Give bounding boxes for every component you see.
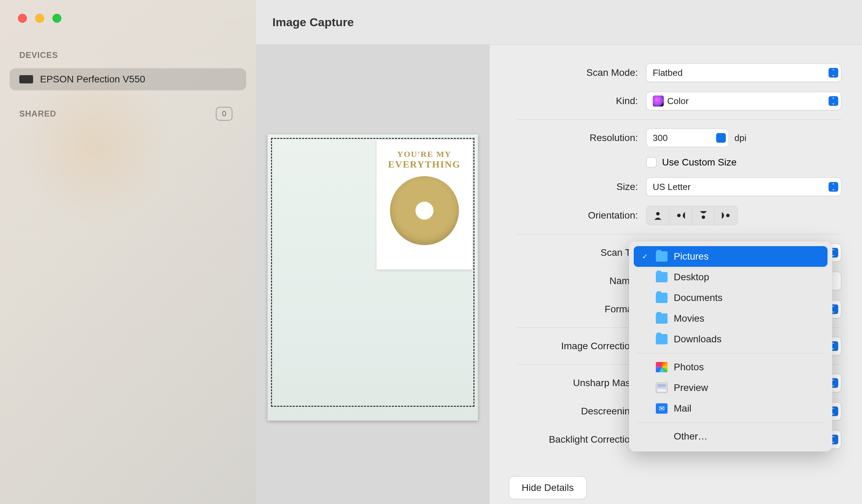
svg-point-0 bbox=[656, 212, 660, 215]
label-resolution: Resolution: bbox=[517, 132, 638, 143]
label-dpi: dpi bbox=[734, 133, 746, 143]
select-size-value: US Letter bbox=[653, 182, 691, 192]
menu-item-other[interactable]: Other… bbox=[634, 426, 828, 447]
menu-item-label: Mail bbox=[674, 403, 691, 414]
orientation-landscape-right[interactable] bbox=[669, 206, 692, 225]
row-orientation: Orientation: bbox=[517, 201, 841, 230]
photos-app-icon bbox=[656, 362, 668, 372]
menu-item-label: Photos bbox=[674, 362, 704, 373]
menu-item-movies[interactable]: Movies bbox=[634, 308, 828, 329]
label-kind: Kind: bbox=[517, 95, 638, 107]
svg-point-1 bbox=[677, 214, 681, 217]
select-scan-mode[interactable]: Flatbed bbox=[646, 63, 841, 82]
row-custom-size: Use Custom Size bbox=[517, 152, 841, 173]
device-name: EPSON Perfection V550 bbox=[40, 74, 145, 85]
folder-icon bbox=[656, 272, 668, 282]
orientation-landscape-left[interactable] bbox=[715, 206, 738, 225]
orientation-portrait[interactable] bbox=[646, 206, 669, 225]
label-orientation: Orientation: bbox=[517, 210, 638, 221]
shared-section-header: SHARED bbox=[19, 109, 56, 119]
scanner-icon bbox=[19, 75, 33, 83]
chevron-updown-icon bbox=[716, 133, 726, 143]
svg-point-3 bbox=[726, 214, 730, 217]
devices-section-header: DEVICES bbox=[0, 37, 256, 65]
label-use-custom-size: Use Custom Size bbox=[662, 157, 736, 168]
folder-icon bbox=[656, 293, 668, 303]
menu-item-label: Desktop bbox=[674, 272, 709, 283]
donut-illustration bbox=[390, 176, 459, 245]
svg-point-2 bbox=[702, 215, 705, 219]
close-window-button[interactable] bbox=[18, 14, 27, 23]
menu-item-label: Downloads bbox=[674, 334, 722, 345]
row-scan-mode: Scan Mode: Flatbed bbox=[517, 59, 841, 87]
folder-icon bbox=[656, 251, 668, 262]
folder-icon bbox=[656, 334, 668, 344]
chevron-updown-icon bbox=[829, 182, 838, 192]
label-backlight-correction: Backlight Correction: bbox=[517, 434, 638, 445]
card-text-line1: YOU'RE MY bbox=[397, 150, 451, 159]
device-row-epson[interactable]: EPSON Perfection V550 bbox=[10, 68, 246, 90]
menu-divider bbox=[637, 422, 825, 423]
label-descreening: Descreening: bbox=[517, 406, 638, 417]
menu-item-documents[interactable]: Documents bbox=[634, 288, 828, 308]
menu-item-photos[interactable]: Photos bbox=[634, 357, 828, 377]
card-text-line2: EVERYTHING bbox=[388, 159, 460, 170]
chevron-updown-icon bbox=[829, 96, 838, 106]
menu-item-label: Preview bbox=[674, 382, 708, 393]
folder-icon bbox=[656, 313, 668, 324]
select-kind[interactable]: Color bbox=[646, 92, 841, 110]
menu-item-desktop[interactable]: Desktop bbox=[634, 267, 828, 288]
mail-app-icon bbox=[656, 403, 668, 414]
window-traffic-lights bbox=[0, 0, 256, 37]
row-kind: Kind: Color bbox=[517, 87, 841, 115]
menu-item-label: Movies bbox=[674, 313, 704, 324]
hide-details-button[interactable]: Hide Details bbox=[509, 476, 587, 499]
preview-app-icon bbox=[656, 383, 668, 393]
menu-divider bbox=[637, 353, 825, 353]
select-kind-value: Color bbox=[667, 96, 689, 107]
preview-pane: YOU'RE MY EVERYTHING bbox=[256, 45, 490, 504]
label-scan-to: Scan To: bbox=[517, 247, 638, 258]
menu-item-pictures[interactable]: ✓ Pictures bbox=[634, 246, 828, 267]
input-resolution-value: 300 bbox=[653, 133, 668, 143]
menu-item-label: Other… bbox=[674, 431, 708, 442]
label-scan-mode: Scan Mode: bbox=[517, 67, 638, 78]
app-title: Image Capture bbox=[272, 16, 354, 29]
select-scan-mode-value: Flatbed bbox=[653, 68, 683, 78]
scan-to-menu: ✓ Pictures Desktop Documents Movies Down… bbox=[629, 241, 832, 452]
shared-count-badge[interactable]: 0 bbox=[216, 107, 232, 121]
minimize-window-button[interactable] bbox=[35, 14, 44, 23]
label-size: Size: bbox=[517, 181, 638, 192]
menu-item-label: Documents bbox=[674, 292, 723, 303]
menu-item-label: Pictures bbox=[674, 251, 709, 262]
input-resolution[interactable]: 300 bbox=[646, 129, 729, 147]
label-name: Name: bbox=[517, 275, 638, 286]
color-swatch-icon bbox=[653, 95, 664, 107]
label-format: Format: bbox=[517, 304, 638, 315]
menu-item-downloads[interactable]: Downloads bbox=[634, 329, 828, 350]
chevron-updown-icon bbox=[829, 68, 838, 78]
checkbox-use-custom-size[interactable] bbox=[646, 157, 656, 168]
sidebar: DEVICES EPSON Perfection V550 SHARED 0 bbox=[0, 0, 256, 504]
label-unsharp-mask: Unsharp Mask: bbox=[517, 377, 638, 389]
menu-item-mail[interactable]: Mail bbox=[634, 398, 828, 419]
segmented-orientation bbox=[646, 206, 738, 225]
checkmark-icon: ✓ bbox=[640, 252, 650, 261]
titlebar: Image Capture bbox=[256, 0, 862, 45]
scan-preview[interactable]: YOU'RE MY EVERYTHING bbox=[268, 134, 478, 421]
maximize-window-button[interactable] bbox=[52, 14, 61, 23]
scanned-card: YOU'RE MY EVERYTHING bbox=[377, 140, 472, 270]
row-resolution: Resolution: 300 dpi bbox=[517, 119, 841, 152]
menu-item-preview[interactable]: Preview bbox=[634, 377, 828, 398]
orientation-portrait-flip[interactable] bbox=[692, 206, 715, 225]
select-size[interactable]: US Letter bbox=[646, 178, 841, 196]
label-image-correction: Image Correction: bbox=[517, 341, 638, 352]
row-size: Size: US Letter bbox=[517, 173, 841, 201]
